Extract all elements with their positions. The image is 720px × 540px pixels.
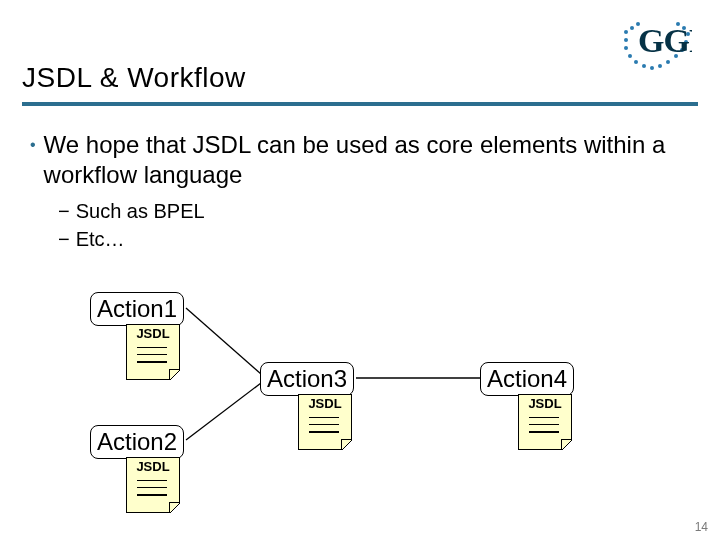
- svg-line-17: [186, 308, 261, 374]
- bullet-dot-icon: •: [30, 130, 36, 160]
- dash-icon: −: [58, 226, 70, 252]
- jsdl-label: JSDL: [299, 396, 351, 411]
- sub-bullet-list: − Such as BPEL − Etc…: [58, 198, 690, 252]
- jsdl-label: JSDL: [127, 326, 179, 341]
- note-lines-icon: [309, 417, 339, 439]
- svg-point-1: [630, 26, 634, 30]
- title-block: JSDL & Workflow: [22, 62, 698, 106]
- sub-bullet-item: − Such as BPEL: [58, 198, 690, 224]
- note-lines-icon: [137, 347, 167, 369]
- svg-line-18: [186, 383, 261, 440]
- logo-text: GGF: [638, 22, 692, 59]
- svg-point-3: [624, 38, 628, 42]
- dash-icon: −: [58, 198, 70, 224]
- page-number: 14: [695, 520, 708, 534]
- action3-jsdl-note: JSDL: [298, 394, 352, 450]
- workflow-diagram: Action1 JSDL Action2 JSDL Action3 JSDL A…: [0, 280, 720, 510]
- sub-bullet-item: − Etc…: [58, 226, 690, 252]
- action4-jsdl-note: JSDL: [518, 394, 572, 450]
- svg-point-15: [628, 54, 632, 58]
- action2-jsdl-note: JSDL: [126, 457, 180, 513]
- jsdl-label: JSDL: [127, 459, 179, 474]
- jsdl-label: JSDL: [519, 396, 571, 411]
- sub-bullet-text: Etc…: [76, 226, 125, 252]
- title-underline: [22, 102, 698, 106]
- note-lines-icon: [529, 417, 559, 439]
- svg-point-0: [624, 30, 628, 34]
- svg-point-16: [624, 46, 628, 50]
- slide-title: JSDL & Workflow: [22, 62, 698, 94]
- action1-box: Action1: [90, 292, 184, 326]
- body-block: • We hope that JSDL can be used as core …: [30, 130, 690, 254]
- action3-box: Action3: [260, 362, 354, 396]
- sub-bullet-text: Such as BPEL: [76, 198, 205, 224]
- action2-box: Action2: [90, 425, 184, 459]
- slide: GGF JSDL & Workflow • We hope that JSDL …: [0, 0, 720, 540]
- bullet-text: We hope that JSDL can be used as core el…: [44, 130, 690, 190]
- action4-box: Action4: [480, 362, 574, 396]
- action1-jsdl-note: JSDL: [126, 324, 180, 380]
- bullet-item: • We hope that JSDL can be used as core …: [30, 130, 690, 190]
- note-lines-icon: [137, 480, 167, 502]
